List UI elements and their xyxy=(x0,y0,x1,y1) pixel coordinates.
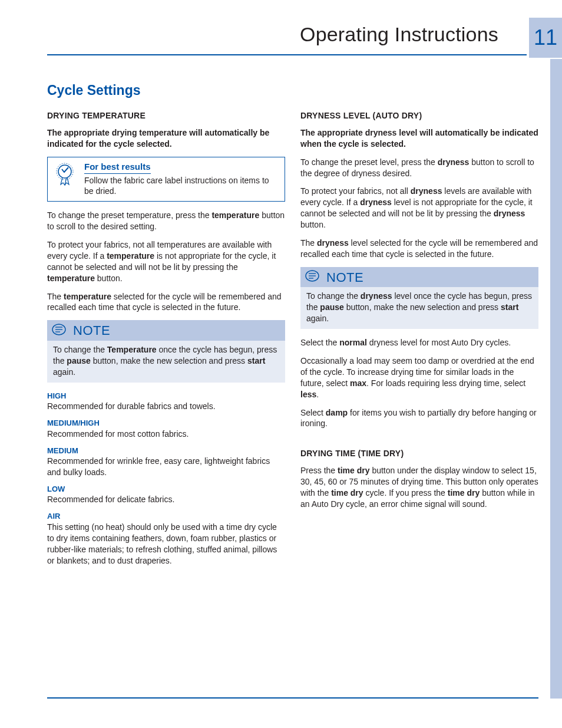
level-title: HIGH xyxy=(47,391,285,401)
tip-text: Follow the fabric care label instruction… xyxy=(84,175,279,196)
para: Occasionally a load may seem too damp or… xyxy=(300,355,538,400)
para: To protect your fabrics, not all dryness… xyxy=(300,186,538,230)
level-title: MEDIUM xyxy=(47,446,285,456)
subhead-drying-time: DRYING TIME (TIME DRY) xyxy=(300,448,538,459)
note-label: NOTE xyxy=(73,322,110,340)
note-header: NOTE xyxy=(47,320,285,341)
level-title: LOW xyxy=(47,484,285,495)
level-desc: Recommended for durable fabrics and towe… xyxy=(47,401,285,412)
level-desc: Recommended for delicate fabrics. xyxy=(47,494,285,505)
para: To protect your fabrics, not all tempera… xyxy=(47,239,285,284)
note-label: NOTE xyxy=(326,269,363,286)
level-desc: This setting (no heat) should only be us… xyxy=(47,522,285,566)
para: Press the time dry button under the disp… xyxy=(300,465,538,510)
best-results-box: For best results Follow the fabric care … xyxy=(47,157,285,202)
note-header: NOTE xyxy=(300,267,538,288)
intro-text: The appropriate drying temperature will … xyxy=(47,127,285,150)
ribbon-icon xyxy=(51,161,78,191)
bottom-rule xyxy=(47,697,538,699)
note-body: To change the dryness level once the cyc… xyxy=(300,287,538,329)
level-title: MEDIUM/HIGH xyxy=(47,418,285,429)
note-icon xyxy=(305,269,319,286)
subhead-dryness-level: DRYNESS LEVEL (AUTO DRY) xyxy=(300,110,538,121)
note-body: To change the Temperature once the cycle… xyxy=(47,341,285,383)
para: Select the normal dryness level for most… xyxy=(300,337,538,348)
right-column: DRYNESS LEVEL (AUTO DRY) The appropriate… xyxy=(300,110,538,572)
page-number: 11 xyxy=(527,18,562,58)
note-icon xyxy=(52,322,66,340)
intro-text: The appropriate dryness level will autom… xyxy=(300,127,538,150)
page-title: Operating Instructions xyxy=(47,21,538,55)
para: To change the preset level, press the dr… xyxy=(300,157,538,179)
tip-title: For best results xyxy=(84,161,151,174)
sidebar-stripe xyxy=(550,59,562,699)
level-desc: Recommended for wrinkle free, easy care,… xyxy=(47,456,285,478)
para: The dryness level selected for the cycle… xyxy=(300,238,538,260)
level-title: AIR xyxy=(47,511,285,522)
para: The temperature selected for the cycle w… xyxy=(47,291,285,314)
section-title: Cycle Settings xyxy=(47,81,538,100)
left-column: DRYING TEMPERATURE The appropriate dryin… xyxy=(47,110,285,572)
para: Select damp for items you wish to partia… xyxy=(300,407,538,430)
level-desc: Recommended for most cotton fabrics. xyxy=(47,429,285,440)
para: To change the preset temperature, press … xyxy=(47,210,285,232)
subhead-drying-temp: DRYING TEMPERATURE xyxy=(47,110,285,121)
